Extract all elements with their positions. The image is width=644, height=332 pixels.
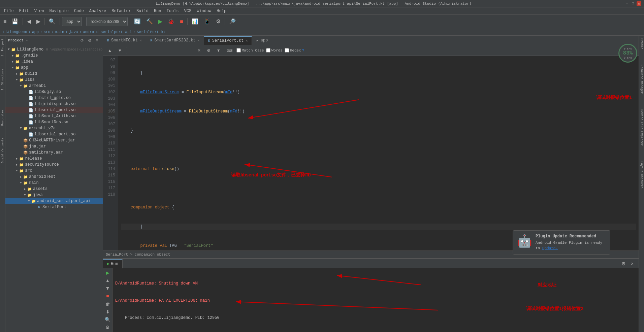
tree-assets[interactable]: ▶ 📁 assets bbox=[5, 186, 103, 192]
run-up-btn[interactable]: ▲ bbox=[104, 277, 111, 284]
run-down-btn[interactable]: ▼ bbox=[104, 285, 111, 292]
tree-root[interactable]: ▼ 📁 LiJiangDemo H:\AppWorkspaces\LiJiang… bbox=[5, 46, 103, 53]
search-words-checkbox[interactable] bbox=[266, 48, 270, 53]
tree-java[interactable]: ▼ 📁 java bbox=[5, 192, 103, 198]
tree-libserial-v7a[interactable]: 📄 libserial_port.so bbox=[5, 131, 103, 137]
device-selector[interactable]: rockchip rk3288 bbox=[86, 17, 128, 26]
run-stop-btn[interactable]: ■ bbox=[104, 293, 111, 299]
toolbar-sync-btn[interactable]: 🔄 bbox=[132, 17, 143, 26]
bc-android-serialport-api[interactable]: android_serialport_api bbox=[83, 30, 132, 34]
search-regex-checkbox[interactable] bbox=[285, 48, 289, 53]
toolbar-build-btn[interactable]: 🔨 bbox=[144, 17, 155, 26]
tree-security[interactable]: ▶ 📁 securitysource bbox=[5, 162, 103, 168]
menu-build[interactable]: Build bbox=[134, 8, 151, 14]
menu-navigate[interactable]: Navigate bbox=[46, 8, 71, 14]
tree-ch34x[interactable]: 📦 CH34xUARTDriver.jar bbox=[5, 137, 103, 143]
toolbar-profiler-btn[interactable]: 📊 bbox=[190, 17, 200, 26]
search-next-btn[interactable]: ▼ bbox=[116, 47, 124, 54]
tree-libs[interactable]: ▼ 📁 libs bbox=[5, 77, 103, 83]
bottom-tab-run[interactable]: ▶ Run bbox=[103, 259, 123, 268]
menu-tools[interactable]: Tools bbox=[164, 8, 182, 14]
notif-update-link[interactable]: update. bbox=[542, 246, 558, 250]
tree-main[interactable]: ▼ 📁 main bbox=[5, 180, 103, 186]
app-selector[interactable]: app bbox=[62, 17, 82, 26]
menu-vcs[interactable]: VCS bbox=[182, 8, 194, 14]
layout-captures-tab[interactable]: Layout Captures bbox=[639, 159, 644, 191]
bc-main[interactable]: main bbox=[55, 30, 64, 34]
menu-window[interactable]: Window bbox=[194, 8, 214, 14]
tab-close-smartcardrs232[interactable]: ✕ bbox=[198, 38, 200, 42]
run-clear-btn[interactable]: 🗑 bbox=[104, 301, 111, 307]
search-filter-btn[interactable]: ▼ bbox=[215, 47, 223, 54]
toolbar-search-btn[interactable]: 🔍 bbox=[47, 17, 58, 26]
tab-close-serialport[interactable]: ✕ bbox=[246, 39, 248, 43]
menu-edit[interactable]: Edit bbox=[17, 8, 32, 14]
toolbar-save-btn[interactable]: 💾 bbox=[10, 17, 21, 26]
bc-app[interactable]: app bbox=[32, 30, 39, 34]
toolbar-forward-btn[interactable]: ▶ bbox=[34, 17, 42, 26]
run-restart-btn[interactable]: ▶ bbox=[104, 269, 111, 276]
run-settings2-btn[interactable]: ⚙ bbox=[104, 324, 111, 331]
maximize-button[interactable]: □ bbox=[631, 1, 635, 6]
bottom-settings-btn[interactable]: ⚙ bbox=[620, 260, 627, 267]
tree-androidtest[interactable]: ▶ 📁 androidTest bbox=[5, 174, 103, 180]
build-variants-side-tab[interactable]: Build Variants bbox=[0, 135, 5, 166]
bc-serialport-kt[interactable]: SerialPort.kt bbox=[137, 30, 166, 34]
toolbar-find-btn[interactable]: 🔎 bbox=[227, 17, 238, 26]
tree-libbugly[interactable]: 📄 libBugly.so bbox=[5, 89, 103, 95]
tree-src[interactable]: ▼ 📁 src bbox=[5, 168, 103, 174]
tree-idea[interactable]: ▶ 📁 .idea bbox=[5, 59, 103, 65]
tab-smartcardrs232[interactable]: K SmartCardRS232.kt ✕ bbox=[146, 36, 204, 45]
bc-java[interactable]: java bbox=[69, 30, 78, 34]
tree-armeabi-v7a[interactable]: ▼ 📁 armeabi_v7a bbox=[5, 125, 103, 131]
toolbar-run-btn[interactable]: ▶ bbox=[156, 17, 164, 26]
tree-smtlib[interactable]: 📦 smtlibrary.aar bbox=[5, 150, 103, 156]
menu-refactor[interactable]: Refactor bbox=[109, 8, 134, 14]
tree-android-serialport-api[interactable]: ▼ 📁 android_serialport_api bbox=[5, 198, 103, 204]
panel-settings-btn[interactable]: ⚙ bbox=[87, 37, 93, 43]
search-match-case-checkbox[interactable] bbox=[236, 48, 241, 53]
search-close-btn[interactable]: ✕ bbox=[195, 47, 203, 54]
gradle-tab[interactable]: Gradle bbox=[639, 36, 644, 52]
toolbar-menu-btn[interactable]: ≡ bbox=[1, 17, 8, 26]
tab-smartnfc[interactable]: K SmartNFC.kt ✕ bbox=[103, 36, 146, 45]
tree-libserial[interactable]: 📄 libserial_port.so bbox=[5, 107, 103, 113]
tree-release[interactable]: ▶ 📁 release bbox=[5, 156, 103, 162]
tree-libjni[interactable]: 📄 libjnidispatch.so bbox=[5, 101, 103, 107]
menu-view[interactable]: View bbox=[32, 8, 47, 14]
menu-help[interactable]: Help bbox=[214, 8, 229, 14]
search-help-link[interactable]: ? bbox=[302, 48, 304, 53]
close-button[interactable]: ✕ bbox=[637, 1, 641, 6]
tree-armeabi[interactable]: ▼ 📁 armeabi bbox=[5, 83, 103, 89]
code-editor[interactable]: } mFileInputStream = FileInputStream(mFd… bbox=[118, 56, 639, 258]
toolbar-back-btn[interactable]: ◀ bbox=[25, 17, 33, 26]
menu-code[interactable]: Code bbox=[71, 8, 87, 14]
toolbar-debug-btn[interactable]: 🐞 bbox=[166, 17, 176, 26]
tree-libsmart-arith[interactable]: 📄 libSmart_Arith.so bbox=[5, 113, 103, 119]
search-prev-btn[interactable]: ▲ bbox=[106, 47, 114, 54]
resource-manager-tab[interactable]: Resource Manager bbox=[639, 62, 644, 96]
tree-build[interactable]: ▶ 📁 build bbox=[5, 71, 103, 77]
menu-run[interactable]: Run bbox=[151, 8, 164, 14]
toolbar-sdk-btn[interactable]: ⚙ bbox=[214, 17, 223, 26]
project-side-tab[interactable]: 1: Project bbox=[0, 36, 5, 59]
bottom-close-btn[interactable]: × bbox=[629, 260, 636, 267]
tree-app[interactable]: ▼ 📁 app bbox=[5, 65, 103, 71]
tab-serialport[interactable]: K SerialPort.kt ✕ bbox=[204, 36, 252, 45]
search-input[interactable] bbox=[126, 47, 193, 54]
memory-indicator[interactable]: 0 s/s 83% 0 s/s bbox=[618, 44, 637, 63]
tree-libsmartdes[interactable]: 📄 libSmartDes.so bbox=[5, 119, 103, 125]
favorites-side-tab[interactable]: Favorites bbox=[0, 107, 5, 129]
tree-libctrl[interactable]: 📄 libctrl_gpio.so bbox=[5, 95, 103, 101]
tab-close-smartnfc[interactable]: ✕ bbox=[140, 38, 142, 42]
menu-file[interactable]: File bbox=[1, 8, 17, 14]
tab-app[interactable]: ▸ app bbox=[252, 36, 272, 45]
run-filter-btn[interactable]: 🔍 bbox=[104, 317, 111, 323]
panel-sync-btn[interactable]: ⟳ bbox=[79, 37, 85, 43]
bc-src[interactable]: src bbox=[44, 30, 51, 34]
structure-side-tab[interactable]: 2: Structure bbox=[0, 66, 5, 93]
toolbar-avd-btn[interactable]: 📱 bbox=[202, 17, 213, 26]
tree-gradle[interactable]: ▶ 📁 .gradle bbox=[5, 53, 103, 59]
tree-serialport-kt[interactable]: K SerialPort bbox=[5, 204, 103, 210]
search-match-case-btn[interactable]: ⌨ bbox=[225, 47, 234, 54]
